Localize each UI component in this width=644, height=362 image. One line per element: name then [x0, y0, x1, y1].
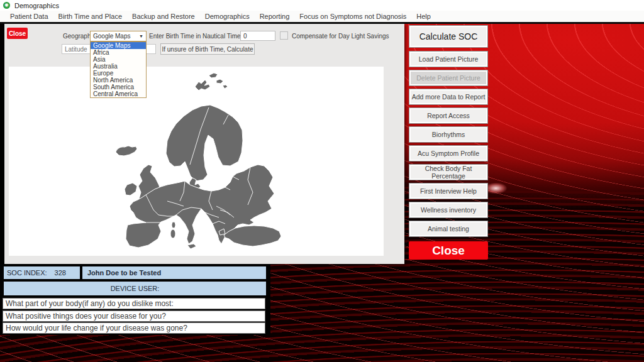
menu-focus-symptoms[interactable]: Focus on Symptoms not Diagnosis	[294, 13, 411, 20]
menu-patient-data[interactable]: Patient Data	[5, 13, 53, 20]
geography-selected-value: Google Maps	[93, 33, 130, 40]
soc-index-label: SOC INDEX:	[7, 269, 47, 277]
app-window: ✺ Demographics Patient Data Birth Time a…	[0, 0, 644, 362]
animal-testing-button[interactable]: Animal testing	[409, 221, 488, 237]
geography-dropdown-list: Google Maps Africa Asia Australia Europe…	[90, 41, 147, 98]
soc-index-box: SOC INDEX: 328	[4, 266, 80, 279]
report-access-button[interactable]: Report Access	[409, 107, 488, 124]
calculate-soc-button[interactable]: Calculate SOC	[409, 25, 488, 48]
window-title: Demographics	[14, 2, 59, 9]
wellness-inventory-button[interactable]: Wellness inventory	[409, 202, 488, 218]
geo-option-south-america[interactable]: South America	[91, 84, 146, 90]
load-patient-picture-button[interactable]: Load Patient Picture	[409, 51, 488, 67]
geo-option-google-maps[interactable]: Google Maps	[91, 42, 146, 49]
europe-map[interactable]	[9, 67, 384, 256]
patient-name-box: John Doe to be Tested	[82, 266, 266, 279]
sidebar-close-button[interactable]: Close	[409, 241, 488, 260]
biorhythms-button[interactable]: Biorhythms	[409, 126, 488, 143]
panel-close-button[interactable]: Close	[7, 28, 28, 39]
title-bar: ✺ Demographics	[0, 0, 644, 11]
soc-index-value: 328	[55, 269, 66, 277]
delete-patient-picture-button: Delete Patient Picture	[409, 70, 488, 86]
europe-map-svg	[9, 67, 384, 256]
menu-help[interactable]: Help	[411, 13, 436, 20]
add-more-data-button[interactable]: Add more Data to Report	[409, 89, 488, 105]
menu-backup-restore[interactable]: Backup and Restore	[127, 13, 200, 20]
daylight-savings-label: Compensate for Day Light Savings	[292, 33, 389, 40]
geo-option-central-america[interactable]: Central America	[91, 90, 146, 97]
first-interview-help-button[interactable]: First Interview Help	[409, 183, 488, 199]
geo-option-europe[interactable]: Europe	[91, 70, 146, 77]
geography-select[interactable]: Google Maps ▼	[90, 31, 147, 41]
question-field-disease-gone[interactable]: How would your life change if your disea…	[3, 322, 265, 334]
birth-time-input[interactable]	[240, 31, 275, 41]
geo-option-north-america[interactable]: North America	[91, 77, 146, 84]
menu-bar: Patient Data Birth Time and Place Backup…	[0, 11, 644, 24]
demographics-panel: Close Geography Google Maps ▼ Enter Birt…	[4, 24, 404, 264]
check-body-fat-button[interactable]: Check Body Fat Percentage	[409, 164, 488, 180]
menu-demographics[interactable]: Demographics	[200, 13, 255, 20]
question-field-dislike-body[interactable]: What part of your body(if any) do you di…	[3, 298, 265, 309]
birth-time-label: Enter Birth Time in Nautical Time	[149, 33, 241, 40]
geo-option-australia[interactable]: Australia	[91, 63, 146, 70]
left-black-strip	[0, 24, 4, 264]
chevron-down-icon: ▼	[139, 34, 143, 38]
latitude-input[interactable]	[62, 44, 92, 54]
app-globe-icon: ✺	[3, 2, 10, 9]
geo-option-asia[interactable]: Asia	[91, 56, 146, 63]
calculate-birth-time-button[interactable]: If unsure of Birth Time, Calculate	[160, 43, 255, 55]
daylight-savings-checkbox[interactable]	[280, 31, 288, 40]
device-user-header: DEVICE USER:	[4, 282, 266, 295]
question-field-disease-positive[interactable]: What positive things does your disease f…	[3, 310, 265, 322]
acu-symptom-profile-button[interactable]: Acu Symptom Profile	[409, 145, 488, 162]
menu-birth-time-place[interactable]: Birth Time and Place	[53, 13, 128, 20]
geo-option-africa[interactable]: Africa	[91, 49, 146, 56]
menu-reporting[interactable]: Reporting	[255, 13, 295, 20]
